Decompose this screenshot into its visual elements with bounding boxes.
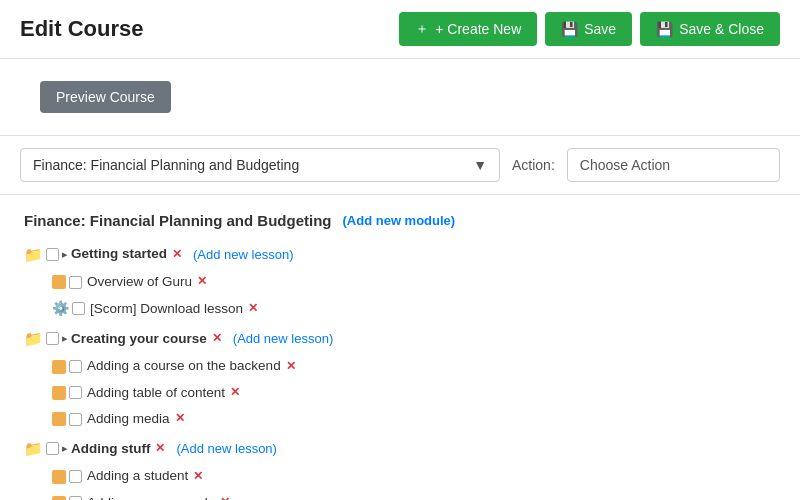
- save-button[interactable]: 💾 Save: [545, 12, 632, 46]
- lesson-name: Adding a course on the backend: [87, 354, 281, 378]
- module-row: 📁 ▸ Adding stuff ✕ (Add new lesson): [24, 434, 776, 463]
- action-label: Action:: [512, 157, 555, 173]
- collapse-arrow[interactable]: ▸: [62, 439, 68, 459]
- lesson-name: Adding a promo code: [87, 491, 215, 500]
- remove-lesson-btn[interactable]: ✕: [197, 271, 207, 293]
- module-checkbox[interactable]: [46, 332, 59, 345]
- chevron-down-icon: ▼: [473, 157, 487, 173]
- lesson-checkbox[interactable]: [69, 470, 82, 483]
- lesson-checkbox[interactable]: [72, 302, 85, 315]
- lesson-icon: [52, 412, 66, 426]
- remove-module-btn[interactable]: ✕: [212, 328, 222, 350]
- course-tree: 📁 ▸ Getting started ✕ (Add new lesson) O…: [24, 240, 776, 500]
- lesson-row: Adding a promo code ✕: [52, 490, 776, 500]
- add-lesson-link[interactable]: (Add new lesson): [233, 327, 333, 350]
- remove-lesson-btn[interactable]: ✕: [175, 408, 185, 430]
- plus-icon: ＋: [415, 20, 429, 38]
- module-name: Creating your course: [71, 327, 207, 351]
- lesson-checkbox[interactable]: [69, 360, 82, 373]
- lesson-row: ⚙️ [Scorm] Download lesson ✕: [52, 295, 776, 322]
- action-placeholder: Choose Action: [580, 157, 670, 173]
- lesson-checkbox[interactable]: [69, 496, 82, 500]
- main-content: Finance: Financial Planning and Budgetin…: [0, 195, 800, 500]
- lesson-checkbox[interactable]: [69, 386, 82, 399]
- lesson-name: Adding a student: [87, 464, 188, 488]
- page-title: Edit Course: [20, 16, 143, 42]
- course-heading: Finance: Financial Planning and Budgetin…: [24, 211, 776, 230]
- remove-module-btn[interactable]: ✕: [172, 244, 182, 266]
- lesson-icon: [52, 275, 66, 289]
- preview-section: Preview Course: [0, 59, 800, 136]
- module-name: Getting started: [71, 242, 167, 266]
- lesson-name: [Scorm] Download lesson: [90, 297, 243, 321]
- lesson-icon: [52, 360, 66, 374]
- course-select-dropdown[interactable]: Finance: Financial Planning and Budgetin…: [20, 148, 500, 182]
- header: Edit Course ＋ + Create New 💾 Save 💾 Save…: [0, 0, 800, 59]
- lesson-icon: [52, 470, 66, 484]
- remove-lesson-btn[interactable]: ✕: [193, 466, 203, 488]
- module-checkbox[interactable]: [46, 442, 59, 455]
- folder-icon: 📁: [24, 325, 43, 352]
- lesson-row: Overview of Guru ✕: [52, 269, 776, 295]
- lesson-row: Adding table of content ✕: [52, 380, 776, 406]
- lesson-icon: [52, 386, 66, 400]
- scorm-icon: ⚙️: [52, 296, 69, 321]
- remove-lesson-btn[interactable]: ✕: [220, 492, 230, 500]
- action-bar: Finance: Financial Planning and Budgetin…: [0, 136, 800, 195]
- lesson-name: Adding media: [87, 407, 170, 431]
- module-name: Adding stuff: [71, 437, 150, 461]
- add-lesson-link[interactable]: (Add new lesson): [176, 437, 276, 460]
- collapse-arrow[interactable]: ▸: [62, 329, 68, 349]
- lesson-name: Adding table of content: [87, 381, 225, 405]
- add-lesson-link[interactable]: (Add new lesson): [193, 243, 293, 266]
- course-select-value: Finance: Financial Planning and Budgetin…: [33, 157, 299, 173]
- lesson-icon: [52, 496, 66, 500]
- lesson-checkbox[interactable]: [69, 276, 82, 289]
- module-checkbox[interactable]: [46, 248, 59, 261]
- remove-lesson-btn[interactable]: ✕: [286, 356, 296, 378]
- choose-action-dropdown[interactable]: Choose Action: [567, 148, 780, 182]
- add-new-module-link[interactable]: (Add new module): [343, 213, 456, 228]
- collapse-arrow[interactable]: ▸: [62, 245, 68, 265]
- lesson-name: Overview of Guru: [87, 270, 192, 294]
- lesson-checkbox[interactable]: [69, 413, 82, 426]
- folder-icon: 📁: [24, 435, 43, 462]
- lesson-row: Adding a course on the backend ✕: [52, 353, 776, 379]
- create-new-button[interactable]: ＋ + Create New: [399, 12, 537, 46]
- preview-course-button[interactable]: Preview Course: [40, 81, 171, 113]
- module-row: 📁 ▸ Getting started ✕ (Add new lesson): [24, 240, 776, 269]
- save-icon: 💾: [561, 21, 578, 37]
- module-row: 📁 ▸ Creating your course ✕ (Add new less…: [24, 324, 776, 353]
- lesson-row: Adding media ✕: [52, 406, 776, 432]
- save-close-icon: 💾: [656, 21, 673, 37]
- save-close-button[interactable]: 💾 Save & Close: [640, 12, 780, 46]
- remove-lesson-btn[interactable]: ✕: [230, 382, 240, 404]
- lesson-row: Adding a student ✕: [52, 463, 776, 489]
- remove-module-btn[interactable]: ✕: [155, 438, 165, 460]
- folder-icon: 📁: [24, 241, 43, 268]
- header-buttons: ＋ + Create New 💾 Save 💾 Save & Close: [399, 12, 780, 46]
- remove-lesson-btn[interactable]: ✕: [248, 298, 258, 320]
